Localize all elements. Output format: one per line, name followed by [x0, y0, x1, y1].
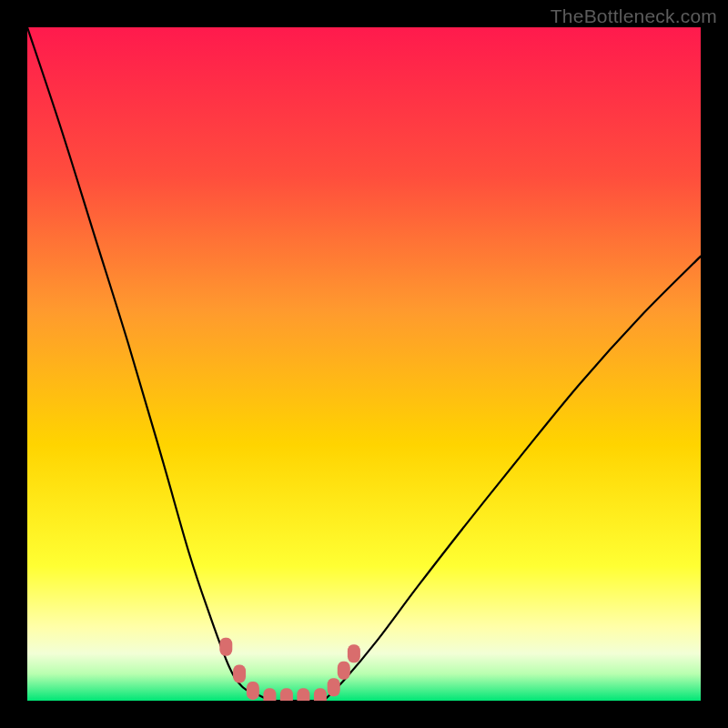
- watermark-text: TheBottleneck.com: [551, 5, 717, 27]
- marker-8: [338, 662, 350, 680]
- marker-7: [328, 678, 340, 696]
- marker-0: [219, 638, 232, 656]
- marker-2: [247, 682, 259, 700]
- marker-9: [348, 644, 360, 662]
- marker-1: [233, 664, 246, 682]
- marker-5: [297, 688, 309, 701]
- marker-3: [263, 688, 276, 701]
- gradient-background: [27, 27, 701, 701]
- chart-svg: [27, 27, 701, 701]
- plot-area: [27, 27, 701, 701]
- chart-frame: TheBottleneck.com: [0, 0, 728, 728]
- marker-4: [280, 688, 293, 701]
- marker-6: [314, 688, 327, 701]
